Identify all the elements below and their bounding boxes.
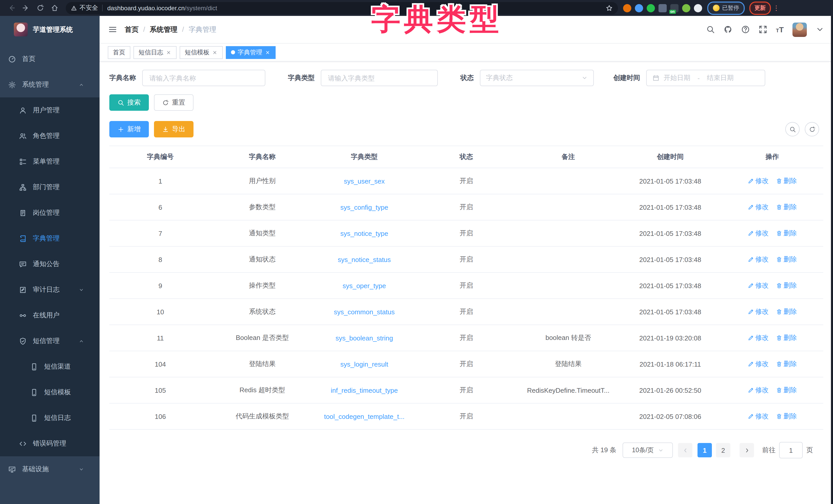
sidebar-item-短信渠道[interactable]: 短信渠道 bbox=[0, 354, 100, 379]
sidebar-item-角色管理[interactable]: 角色管理 bbox=[0, 123, 100, 149]
next-page-button[interactable] bbox=[740, 443, 754, 457]
reset-button[interactable]: 重置 bbox=[154, 94, 193, 111]
status-select[interactable]: 字典状态 bbox=[480, 70, 594, 86]
sidebar-item-部门管理[interactable]: 部门管理 bbox=[0, 174, 100, 200]
sidebar-item-通知公告[interactable]: 通知公告 bbox=[0, 251, 100, 277]
cell-dict-type[interactable]: sys_oper_type bbox=[313, 273, 415, 299]
delete-link[interactable]: 删除 bbox=[776, 359, 797, 369]
header-search-icon[interactable] bbox=[706, 25, 715, 34]
cell-dict-type[interactable]: sys_notice_type bbox=[313, 220, 415, 246]
fullscreen-icon[interactable] bbox=[758, 25, 767, 34]
extension-white-icon[interactable] bbox=[694, 4, 702, 12]
refresh-table-button[interactable] bbox=[805, 122, 819, 136]
edit-link[interactable]: 修改 bbox=[747, 281, 768, 290]
page-size-select[interactable]: 10条/页 bbox=[623, 443, 673, 458]
sidebar-item-岗位管理[interactable]: 岗位管理 bbox=[0, 200, 100, 226]
cell-dict-type[interactable]: inf_redis_timeout_type bbox=[313, 377, 415, 403]
hamburger-icon[interactable] bbox=[108, 25, 117, 34]
prev-page-button[interactable] bbox=[678, 443, 692, 457]
back-icon[interactable] bbox=[5, 2, 18, 14]
sidebar-item-审计日志[interactable]: 审计日志 bbox=[0, 277, 100, 303]
edit-link[interactable]: 修改 bbox=[747, 255, 768, 264]
chrome-update-button[interactable]: 更新 bbox=[749, 1, 771, 15]
close-icon[interactable] bbox=[212, 49, 218, 55]
tab-字典管理[interactable]: 字典管理 bbox=[226, 46, 276, 59]
close-icon[interactable] bbox=[265, 49, 270, 55]
dict-type-input[interactable] bbox=[321, 70, 438, 86]
tab-首页[interactable]: 首页 bbox=[108, 46, 130, 59]
toggle-search-button[interactable] bbox=[785, 122, 800, 136]
delete-link[interactable]: 删除 bbox=[776, 255, 797, 264]
home-icon[interactable] bbox=[48, 2, 61, 14]
extension-blue-gem-icon[interactable] bbox=[635, 4, 643, 12]
edit-link[interactable]: 修改 bbox=[747, 412, 768, 421]
app-logo-row[interactable]: 芋道管理系统 bbox=[0, 16, 100, 43]
tab-短信日志[interactable]: 短信日志 bbox=[134, 46, 176, 59]
edit-link[interactable]: 修改 bbox=[747, 307, 768, 316]
delete-link[interactable]: 删除 bbox=[776, 333, 797, 343]
sidebar-item-系统管理[interactable]: 系统管理 bbox=[0, 72, 100, 97]
edit-link[interactable]: 修改 bbox=[747, 359, 768, 369]
delete-link[interactable]: 删除 bbox=[776, 229, 797, 238]
reload-icon[interactable] bbox=[34, 2, 46, 14]
sidebar-item-短信模板[interactable]: 短信模板 bbox=[0, 379, 100, 405]
sidebar-item-基础设施[interactable]: 基础设施 bbox=[0, 456, 100, 482]
close-icon[interactable] bbox=[166, 49, 171, 55]
sidebar-item-错误码管理[interactable]: 错误码管理 bbox=[0, 431, 100, 456]
goto-page-input[interactable] bbox=[779, 442, 803, 458]
export-button[interactable]: 导出 bbox=[154, 121, 193, 137]
cell-dict-type[interactable]: sys_notice_status bbox=[313, 246, 415, 273]
security-label[interactable]: 不安全 bbox=[79, 4, 98, 12]
sidebar-item-首页[interactable]: 首页 bbox=[0, 46, 100, 72]
sidebar-item-短信日志[interactable]: 短信日志 bbox=[0, 405, 100, 431]
delete-link[interactable]: 删除 bbox=[776, 281, 797, 290]
cell-dict-type[interactable]: sys_login_result bbox=[313, 351, 415, 377]
extension-lines-icon[interactable]: on bbox=[670, 4, 679, 12]
sidebar-item-菜单管理[interactable]: 菜单管理 bbox=[0, 149, 100, 174]
delete-link[interactable]: 删除 bbox=[776, 412, 797, 421]
add-button[interactable]: 新增 bbox=[109, 121, 149, 137]
user-avatar[interactable] bbox=[792, 22, 807, 37]
edit-link[interactable]: 修改 bbox=[747, 229, 768, 238]
paused-extension-chip[interactable]: 已暂停 bbox=[707, 1, 745, 15]
edit-link[interactable]: 修改 bbox=[747, 203, 768, 212]
browser-menu-kebab-icon[interactable]: ⋮ bbox=[773, 4, 780, 12]
cell-dict-type[interactable]: sys_boolean_string bbox=[313, 325, 415, 351]
sidebar-item-在线用户[interactable]: 在线用户 bbox=[0, 303, 100, 328]
forward-icon[interactable] bbox=[20, 2, 32, 14]
cell-dict-type[interactable]: sys_config_type bbox=[313, 194, 415, 220]
search-button[interactable]: 搜索 bbox=[109, 94, 149, 111]
sidebar-item-字典管理[interactable]: 字典管理 bbox=[0, 226, 100, 251]
font-size-icon[interactable]: TT bbox=[776, 25, 784, 34]
address-bar[interactable]: 不安全 dashboard.yudao.iocoder.cn /system/d… bbox=[66, 2, 618, 14]
tab-短信模板[interactable]: 短信模板 bbox=[180, 46, 223, 59]
page-button-2[interactable]: 2 bbox=[716, 443, 730, 457]
extension-orange-icon[interactable] bbox=[623, 4, 631, 12]
github-icon[interactable] bbox=[723, 25, 732, 34]
sidebar-item-用户管理[interactable]: 用户管理 bbox=[0, 97, 100, 123]
extension-leaf-icon[interactable] bbox=[682, 4, 690, 12]
delete-link[interactable]: 删除 bbox=[776, 307, 797, 316]
bookmark-star-icon[interactable] bbox=[605, 4, 613, 11]
date-range-picker[interactable]: 开始日期 - 结束日期 bbox=[646, 70, 765, 86]
extension-green-circle-icon[interactable] bbox=[647, 4, 655, 12]
edit-link[interactable]: 修改 bbox=[747, 333, 768, 343]
edit-link[interactable]: 修改 bbox=[747, 176, 768, 185]
delete-link[interactable]: 删除 bbox=[776, 203, 797, 212]
url-domain[interactable]: dashboard.yudao.iocoder.cn bbox=[107, 4, 185, 11]
delete-link[interactable]: 删除 bbox=[776, 176, 797, 185]
cell-dict-type[interactable]: tool_codegen_template_t... bbox=[313, 403, 415, 429]
sidebar-item-短信管理[interactable]: 短信管理 bbox=[0, 328, 100, 354]
breadcrumb-system[interactable]: 系统管理 bbox=[150, 25, 177, 34]
extension-grid-icon[interactable] bbox=[659, 4, 667, 12]
help-icon[interactable] bbox=[741, 25, 749, 34]
page-button-1[interactable]: 1 bbox=[697, 443, 712, 457]
page-scrollbar[interactable] bbox=[831, 16, 833, 504]
dict-name-input[interactable] bbox=[142, 70, 265, 86]
delete-link[interactable]: 删除 bbox=[776, 385, 797, 395]
breadcrumb-home[interactable]: 首页 bbox=[125, 25, 139, 34]
avatar-caret-down-icon[interactable] bbox=[815, 25, 824, 34]
edit-link[interactable]: 修改 bbox=[747, 385, 768, 395]
cell-dict-type[interactable]: sys_user_sex bbox=[313, 168, 415, 194]
cell-dict-type[interactable]: sys_common_status bbox=[313, 299, 415, 325]
